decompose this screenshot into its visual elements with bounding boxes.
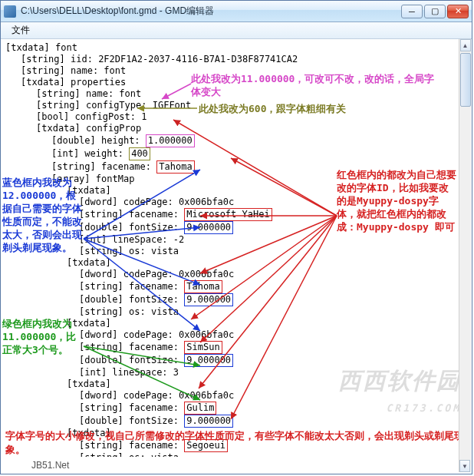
tree-line: [string] facename: Tahoma <box>5 160 467 174</box>
label: [double] fontSize: <box>79 222 184 233</box>
tree-line: [double] fontSize: 9.000000 <box>5 221 467 234</box>
facename-value[interactable]: Gulim <box>184 402 216 415</box>
close-button[interactable]: ✕ <box>447 5 469 18</box>
label: [int] weight: <box>51 148 129 159</box>
tree-line: [txdata] properties <box>5 77 467 88</box>
weight-value[interactable]: 400 <box>129 147 150 160</box>
tree-line: [dword] codePage: 0x006bfa0c <box>5 390 467 402</box>
maximize-button[interactable]: ▢ <box>424 5 446 18</box>
label: [string] facename: <box>51 161 156 172</box>
tree-line: [double] fontSize: 9.000000 <box>5 293 467 306</box>
tree-line: [string] facename: Gulim <box>5 402 467 415</box>
tree-line: [string] configType: IGFFont <box>5 100 467 111</box>
tree-line: [txdata] font <box>5 42 467 54</box>
tree-line: [double] height: 1.000000 <box>5 134 467 147</box>
tree-line: [string] os: vista <box>5 306 467 318</box>
tree-line: [int] weight: 400 <box>5 147 467 160</box>
tree-line: [dword] codePage: 0x006bfa0c <box>5 197 467 208</box>
titlebar[interactable]: C:\Users\DELL\Desktop\font.gmd - GMD编辑器 … <box>1 1 472 22</box>
minimize-button[interactable]: ─ <box>401 5 423 18</box>
tree-line: [double] fontSize: 9.000000 <box>5 415 467 428</box>
annotation-footer: 字体字号的大小修改，视自己所需修改的字体性质而定，有些字体不能改太大否则，会出现… <box>5 429 467 457</box>
tree-line: [bool] configPost: 1 <box>5 111 467 123</box>
tree-line: [dword] codePage: 0x006bfa0c <box>5 269 467 280</box>
label: [double] fontSize: <box>79 415 184 426</box>
facename-value[interactable]: SimSun <box>184 341 222 354</box>
menubar: 文件 <box>1 22 472 39</box>
facename-value[interactable]: Tahoma <box>184 280 222 293</box>
tree-line: [string] os: vista <box>5 246 467 257</box>
tree-line: [int] lineSpace: 3 <box>5 367 467 378</box>
window-title: C:\Users\DELL\Desktop\font.gmd - GMD编辑器 <box>21 5 401 18</box>
tree-line: [string] iid: 2F2DF1A2-2037-4116-B7A1-D3… <box>5 54 467 65</box>
fontsize-value[interactable]: 9.000000 <box>184 415 233 428</box>
brand-label: JB51.Net <box>31 460 69 471</box>
tree-line: [int] lineSpace: -2 <box>5 234 467 246</box>
editor-content[interactable]: [txdata] font [string] iid: 2F2DF1A2-203… <box>1 39 472 457</box>
facename-value[interactable]: Microsoft YaHei <box>184 208 272 221</box>
label: [double] fontSize: <box>79 355 184 365</box>
vertical-scrollbar[interactable]: ▲ ▼ <box>459 39 471 472</box>
tree-line: [txdata] <box>5 185 467 197</box>
tree-line: [string] facename: Tahoma <box>5 280 467 293</box>
app-icon <box>4 5 16 18</box>
height-value[interactable]: 1.000000 <box>146 134 195 147</box>
tree-line: [string] name: font <box>5 65 467 77</box>
tree-line: [dword] codePage: 0x006bfa0c <box>5 329 467 341</box>
tree-line: [string] name: font <box>5 88 467 100</box>
fontsize-value[interactable]: 9.000000 <box>184 293 233 306</box>
tree-line: [array] fontMap <box>5 174 467 185</box>
tree-line: [string] facename: SimSun <box>5 341 467 354</box>
label: [double] height: <box>51 135 146 146</box>
scroll-thumb[interactable] <box>460 53 471 107</box>
tree-line: [txdata] <box>5 318 467 329</box>
tree-line: [txdata] configProp <box>5 123 467 134</box>
label: [string] facename: <box>79 402 184 413</box>
menu-file[interactable]: 文件 <box>5 22 36 38</box>
label: [string] facename: <box>79 209 184 220</box>
tree-line: [txdata] <box>5 378 467 390</box>
scroll-down-button[interactable]: ▼ <box>459 460 470 472</box>
label: [string] facename: <box>79 281 184 292</box>
facename-value[interactable]: Tahoma <box>156 160 194 174</box>
fontsize-value[interactable]: 9.000000 <box>184 354 233 367</box>
tree-line: [txdata] <box>5 257 467 269</box>
window-buttons: ─ ▢ ✕ <box>401 5 469 18</box>
label: [string] facename: <box>79 342 184 352</box>
fontsize-value[interactable]: 9.000000 <box>184 221 233 234</box>
tree-line: [string] facename: Microsoft YaHei <box>5 208 467 221</box>
tree-line: [double] fontSize: 9.000000 <box>5 354 467 367</box>
app-window: C:\Users\DELL\Desktop\font.gmd - GMD编辑器 … <box>0 0 472 474</box>
scroll-up-button[interactable]: ▲ <box>460 39 471 51</box>
label: [double] fontSize: <box>79 294 184 305</box>
